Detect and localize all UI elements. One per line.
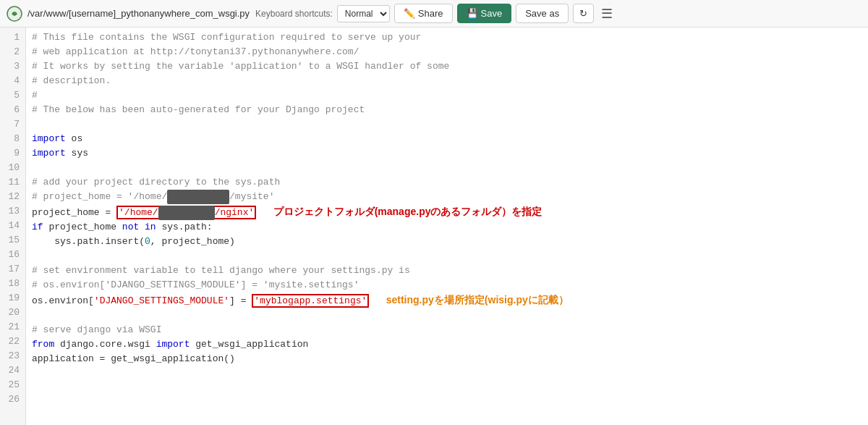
logo-area: /var/www/[username]_pythonanywhere_com_w… (6, 5, 250, 22)
line-num-22: 22 (0, 334, 25, 349)
code-line-11: # add your project directory to the sys.… (32, 175, 862, 190)
line-num-18: 18 (0, 277, 25, 291)
code-line-5: # (32, 88, 862, 103)
file-path: /var/www/[username]_pythonanywhere_com_w… (27, 8, 250, 19)
code-line-20 (32, 308, 862, 323)
line-num-1: 1 (0, 30, 25, 45)
code-line-13: project_home = '/home/ /nginx' プロジェクトフォル… (32, 204, 862, 220)
line-num-7: 7 (0, 117, 25, 132)
code-line-22: from django.core.wsgi import get_wsgi_ap… (32, 337, 862, 352)
share-label: Share (418, 8, 443, 19)
code-line-14: if project_home not in sys.path: (32, 220, 862, 235)
saveas-button[interactable]: Save as (516, 4, 569, 23)
line-num-9: 9 (0, 146, 25, 161)
code-line-25 (32, 381, 862, 395)
code-line-7 (32, 117, 862, 132)
line-num-26: 26 (0, 392, 25, 407)
toolbar-right: Keyboard shortcuts: Normal Large Small ✏… (255, 4, 616, 23)
line-num-12: 12 (0, 190, 25, 204)
code-line-3: # It works by setting the variable 'appl… (32, 59, 862, 74)
line-num-4: 4 (0, 74, 25, 88)
line-num-11: 11 (0, 175, 25, 190)
code-line-16 (32, 249, 862, 264)
line-num-13: 13 (0, 204, 25, 219)
line-num-5: 5 (0, 88, 25, 103)
line-num-24: 24 (0, 363, 25, 378)
code-line-21: # serve django via WSGI (32, 323, 862, 337)
refresh-icon: ↻ (579, 8, 587, 19)
code-line-19: os.environ['DJANGO_SETTINGS_MODULE'] = '… (32, 293, 862, 308)
line-num-23: 23 (0, 349, 25, 363)
save-icon: 💾 (467, 8, 478, 19)
line-num-10: 10 (0, 161, 25, 175)
line-num-17: 17 (0, 262, 25, 277)
line-num-19: 19 (0, 291, 25, 306)
code-editor[interactable]: # This file contains the WSGI configurat… (26, 28, 868, 425)
code-line-12: # project_home = '/home/ /mysite' (32, 190, 862, 204)
hamburger-icon: ☰ (601, 7, 613, 21)
editor-container: 1 2 3 4 5 6 7 8 9 10 11 12 13 14 15 16 1… (0, 28, 868, 425)
saveas-label: Save as (525, 8, 559, 19)
code-line-9: import sys (32, 146, 862, 161)
line-num-2: 2 (0, 45, 25, 59)
code-line-18: # os.environ['DJANGO_SETTINGS_MODULE'] =… (32, 278, 862, 293)
code-line-6: # The below has been auto-generated for … (32, 103, 862, 117)
code-line-10 (32, 161, 862, 175)
logo-icon (6, 5, 23, 22)
line-num-16: 16 (0, 248, 25, 262)
code-line-17: # set environment variable to tell djang… (32, 264, 862, 278)
line-num-15: 15 (0, 233, 25, 248)
line-num-20: 20 (0, 306, 25, 320)
keyboard-shortcuts-label: Keyboard shortcuts: (255, 9, 333, 19)
zoom-select[interactable]: Normal Large Small (337, 5, 390, 22)
toolbar: /var/www/[username]_pythonanywhere_com_w… (0, 0, 868, 28)
line-num-14: 14 (0, 219, 25, 233)
code-line-8: import os (32, 132, 862, 146)
refresh-button[interactable]: ↻ (573, 4, 594, 23)
save-label: Save (481, 8, 503, 19)
menu-button[interactable]: ☰ (598, 4, 616, 23)
line-num-21: 21 (0, 320, 25, 334)
save-button[interactable]: 💾 Save (457, 4, 512, 23)
line-numbers: 1 2 3 4 5 6 7 8 9 10 11 12 13 14 15 16 1… (0, 28, 26, 425)
code-line-15: sys.path.insert(0, project_home) (32, 235, 862, 249)
line-num-25: 25 (0, 378, 25, 392)
share-button[interactable]: ✏️ Share (394, 4, 453, 23)
code-line-2: # web application at http://tonytani37.p… (32, 45, 862, 59)
line-num-6: 6 (0, 103, 25, 117)
code-line-4: # description. (32, 74, 862, 88)
code-line-1: # This file contains the WSGI configurat… (32, 30, 862, 45)
line-num-8: 8 (0, 132, 25, 146)
share-icon: ✏️ (404, 8, 415, 19)
line-num-3: 3 (0, 59, 25, 74)
code-line-23: application = get_wsgi_application() (32, 352, 862, 366)
code-line-24 (32, 366, 862, 381)
